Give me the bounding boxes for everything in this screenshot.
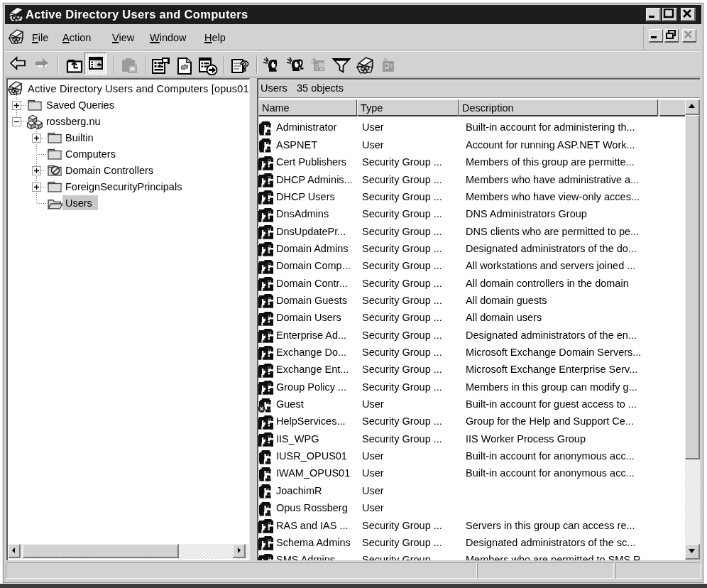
svg-text:?: ?: [240, 58, 249, 74]
